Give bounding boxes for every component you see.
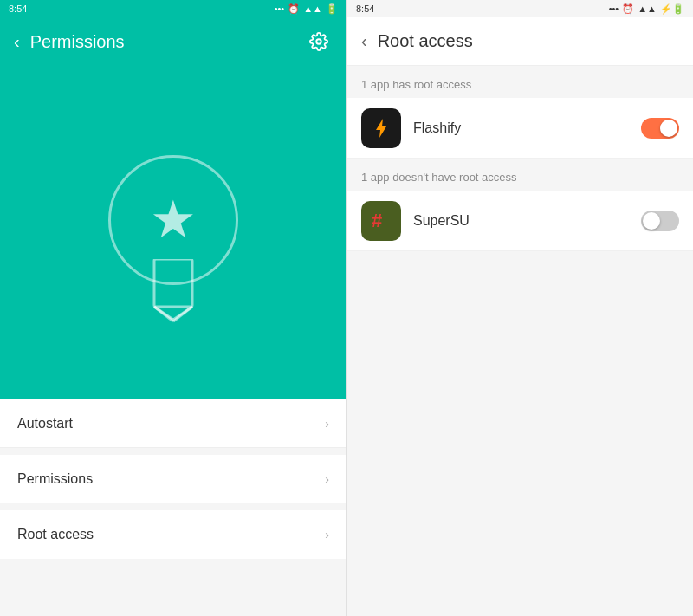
menu-item-root-access[interactable]: Root access › [0,510,346,559]
flashify-toggle-knob [660,120,677,137]
right-battery-icon: ⚡🔋 [660,3,684,15]
no-root-section-label: 1 app doesn't have root access [347,159,693,191]
right-panel: 8:54 ••• ⏰ ▲▲ ⚡🔋 ‹ Root access 1 app has… [346,0,693,616]
badge-icon: ★ [95,146,251,320]
left-back-button[interactable]: ‹ [14,32,20,52]
left-status-bar: 8:54 ••• ⏰ ▲▲ 🔋 [0,0,346,17]
menu-item-root-access-label: Root access [17,527,94,542]
left-header: ‹ Permissions [0,17,346,66]
svg-rect-1 [154,259,192,307]
supersu-app-icon: # [361,201,401,241]
flashify-toggle[interactable] [641,118,679,139]
supersu-toggle[interactable] [641,211,679,231]
divider-2 [0,503,346,510]
signal-dots: ••• [275,3,285,14]
has-root-section-label: 1 app has root access [347,66,693,98]
svg-marker-6 [376,119,386,138]
right-alarm-icon: ⏰ [622,3,634,15]
menu-item-autostart-label: Autostart [17,416,73,431]
left-time: 8:54 [9,3,27,14]
flashify-app-row: Flashify [347,98,693,159]
chevron-right-icon-3: › [325,528,329,541]
ribbon-icon [139,259,208,328]
right-status-bar: 8:54 ••• ⏰ ▲▲ ⚡🔋 [347,0,693,17]
right-signal-bars: ▲▲ [638,3,657,14]
svg-line-5 [173,307,192,321]
right-status-icons: ••• ⏰ ▲▲ ⚡🔋 [609,3,684,15]
menu-item-autostart[interactable]: Autostart › [0,399,346,448]
flashify-app-name: Flashify [413,120,629,136]
right-back-button[interactable]: ‹ [361,31,367,51]
right-time: 8:54 [356,3,374,14]
supersu-toggle-knob [643,212,660,230]
supersu-app-row: # SuperSU [347,191,693,251]
flashify-app-icon [361,108,401,148]
svg-line-4 [154,307,173,321]
left-status-icons: ••• ⏰ ▲▲ 🔋 [275,3,338,15]
signal-bars: ▲▲ [303,3,322,14]
flashify-lightning-icon [369,116,393,140]
menu-item-permissions[interactable]: Permissions › [0,455,346,503]
alarm-icon: ⏰ [288,3,300,15]
svg-point-0 [316,39,321,44]
menu-list: Autostart › Permissions › Root access › [0,399,346,616]
left-page-title: Permissions [30,32,305,52]
chevron-right-icon-2: › [325,472,329,486]
svg-text:#: # [372,210,382,231]
chevron-right-icon: › [325,417,329,431]
left-panel: 8:54 ••• ⏰ ▲▲ 🔋 ‹ Permissions ★ [0,0,346,616]
right-header: ‹ Root access [347,17,693,66]
right-signal-dots: ••• [609,3,619,14]
divider-1 [0,448,346,455]
menu-item-permissions-label: Permissions [17,471,93,487]
hero-section: ★ [0,66,346,399]
supersu-diamond-icon: # [368,208,394,234]
right-page-title: Root access [378,31,473,51]
supersu-app-name: SuperSU [413,213,629,229]
battery-icon: 🔋 [326,3,338,15]
settings-icon[interactable] [305,28,333,55]
star-icon: ★ [150,194,197,246]
